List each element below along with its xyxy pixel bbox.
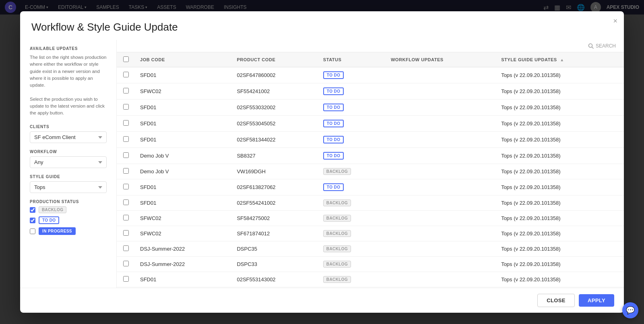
- modal-overlay: × Workflow & Style Guide Update AVAILABL…: [0, 0, 644, 324]
- row-checkbox[interactable]: [123, 120, 129, 126]
- row-workflow-updates: [385, 272, 495, 287]
- row-workflow-updates: [385, 195, 495, 211]
- status-inprogress-checkbox[interactable]: [30, 228, 35, 234]
- row-product-code: VW169DGH: [231, 164, 317, 179]
- header-workflow-updates: WORKFLOW UPDATES: [385, 52, 495, 67]
- clients-select[interactable]: SF eComm Client: [30, 131, 107, 143]
- status-badge: TO DO: [323, 183, 344, 191]
- row-status: TO DO: [318, 132, 385, 148]
- row-checkbox-cell: [117, 195, 134, 211]
- row-product-code: 02SF613827062: [231, 179, 317, 195]
- row-product-code: DSPC33: [231, 257, 317, 272]
- status-badge: BACKLOG: [323, 215, 351, 222]
- row-status: BACKLOG: [318, 226, 385, 241]
- row-product-code: 02SF553045052: [231, 116, 317, 132]
- row-style-guide-updates: Tops (v 22.09.20.101358): [495, 179, 624, 195]
- status-badge: BACKLOG: [323, 230, 351, 237]
- modal-close-button[interactable]: ×: [613, 17, 617, 25]
- data-table-container: JOB CODE PRODUCT CODE STATUS WORKFLOW UP…: [117, 52, 624, 288]
- row-checkbox[interactable]: [123, 245, 129, 251]
- status-badge: TO DO: [323, 152, 344, 160]
- table-row: DSJ-Summer-2022 DSPC35 BACKLOG Tops (v 2…: [117, 241, 624, 257]
- row-workflow-updates: [385, 226, 495, 241]
- row-checkbox[interactable]: [123, 88, 129, 93]
- row-style-guide-updates: Tops (v 22.09.20.101358): [495, 148, 624, 164]
- table-header-row: JOB CODE PRODUCT CODE STATUS WORKFLOW UP…: [117, 52, 624, 67]
- row-style-guide-updates: Tops (v 22.09.20.101358): [495, 116, 624, 132]
- row-product-code: SB8327: [231, 148, 317, 164]
- row-workflow-updates: [385, 100, 495, 116]
- row-style-guide-updates: Tops (v 22.09.20.101358): [495, 132, 624, 148]
- status-badge: TO DO: [323, 71, 344, 79]
- row-checkbox[interactable]: [123, 184, 129, 189]
- row-checkbox[interactable]: [123, 104, 129, 110]
- row-product-code: SF584275002: [231, 211, 317, 226]
- row-checkbox-cell: [117, 67, 134, 83]
- table-row: SFD01 02SF581344022 TO DO Tops (v 22.09.…: [117, 132, 624, 148]
- table-row: SFD01 02SF553143002 BACKLOG Tops (v 22.0…: [117, 272, 624, 287]
- modal-footer: CLOSE APPLY: [20, 288, 624, 313]
- row-product-code: 02SF581344022: [231, 132, 317, 148]
- row-style-guide-updates: Tops (v 22.09.20.101358): [495, 211, 624, 226]
- row-product-code: 02SF553143002: [231, 272, 317, 287]
- status-todo-badge: TO DO: [39, 216, 59, 224]
- row-job-code: SFWC02: [134, 211, 231, 226]
- status-inprogress-item: IN PROGRESS: [30, 227, 107, 235]
- workflow-select[interactable]: Any: [30, 156, 107, 168]
- row-checkbox[interactable]: [123, 276, 129, 282]
- header-checkbox-col: [117, 52, 134, 67]
- row-job-code: SFWC02: [134, 226, 231, 241]
- status-backlog-checkbox[interactable]: [30, 207, 35, 213]
- modal-dialog: × Workflow & Style Guide Update AVAILABL…: [20, 11, 624, 313]
- row-checkbox[interactable]: [123, 215, 129, 220]
- status-badge: BACKLOG: [323, 245, 351, 252]
- row-checkbox[interactable]: [123, 152, 129, 158]
- row-job-code: SFWC02: [134, 83, 231, 100]
- table-row: SFD01 02SF553032002 TO DO Tops (v 22.09.…: [117, 100, 624, 116]
- status-todo-checkbox[interactable]: [30, 218, 35, 223]
- apply-button[interactable]: APPLY: [579, 294, 614, 307]
- row-product-code: 02SF554241002: [231, 195, 317, 211]
- status-badge: BACKLOG: [323, 276, 351, 283]
- row-checkbox-cell: [117, 226, 134, 241]
- header-style-guide-updates[interactable]: STYLE GUIDE UPDATES ▲: [495, 52, 624, 67]
- row-workflow-updates: [385, 67, 495, 83]
- row-status: TO DO: [318, 116, 385, 132]
- row-status: TO DO: [318, 148, 385, 164]
- row-checkbox[interactable]: [123, 136, 129, 142]
- status-badge: BACKLOG: [323, 261, 351, 268]
- row-workflow-updates: [385, 241, 495, 257]
- status-badge: BACKLOG: [323, 168, 351, 175]
- search-trigger[interactable]: SEARCH: [588, 43, 616, 49]
- row-checkbox[interactable]: [123, 230, 129, 236]
- row-checkbox[interactable]: [123, 199, 129, 205]
- select-all-checkbox[interactable]: [123, 56, 129, 62]
- row-checkbox[interactable]: [123, 261, 129, 266]
- header-job-code: JOB CODE: [134, 52, 231, 67]
- row-checkbox-cell: [117, 211, 134, 226]
- row-checkbox[interactable]: [123, 168, 129, 174]
- row-checkbox-cell: [117, 272, 134, 287]
- search-label: SEARCH: [596, 43, 616, 49]
- close-button[interactable]: CLOSE: [537, 294, 575, 307]
- table-row: SFWC02 SF671874012 BACKLOG Tops (v 22.09…: [117, 226, 624, 241]
- header-product-code: PRODUCT CODE: [231, 52, 317, 67]
- row-product-code: 02SF647860002: [231, 67, 317, 83]
- row-checkbox-cell: [117, 179, 134, 195]
- style-guide-select[interactable]: Tops: [30, 181, 107, 193]
- style-guide-label: STYLE GUIDE: [30, 174, 107, 179]
- modal-content-area: SEARCH JOB CODE PRODUCT CODE: [117, 40, 624, 288]
- row-style-guide-updates: Tops (v 22.09.20.101358): [495, 100, 624, 116]
- row-style-guide-updates: Tops (v 22.09.20.101358): [495, 67, 624, 83]
- workflow-label: WORKFLOW: [30, 150, 107, 154]
- row-checkbox[interactable]: [123, 72, 129, 77]
- row-workflow-updates: [385, 132, 495, 148]
- row-status: BACKLOG: [318, 257, 385, 272]
- row-status: BACKLOG: [318, 272, 385, 287]
- row-product-code: 02SF553032002: [231, 100, 317, 116]
- row-job-code: SFD01: [134, 195, 231, 211]
- row-job-code: Demo Job V: [134, 148, 231, 164]
- chat-bubble-button[interactable]: 💬: [622, 302, 638, 318]
- status-todo-item: TO DO: [30, 216, 107, 224]
- production-status-label: PRODUCTION STATUS: [30, 199, 107, 204]
